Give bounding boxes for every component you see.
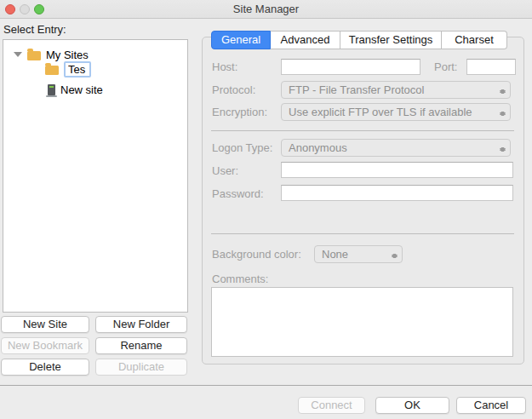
password-label: Password: bbox=[212, 187, 264, 200]
title-bar: Site Manager bbox=[0, 0, 532, 19]
delete-button[interactable]: Delete bbox=[1, 359, 89, 376]
tab-transfer-settings[interactable]: Transfer Settings bbox=[340, 31, 442, 49]
host-label: Host: bbox=[212, 60, 237, 73]
logon-type-value: Anonymous bbox=[282, 141, 496, 154]
footer-divider bbox=[0, 385, 532, 386]
chevron-up-down-icon bbox=[388, 250, 402, 258]
protocol-value: FTP - File Transfer Protocol bbox=[282, 83, 496, 96]
chevron-up-down-icon bbox=[496, 108, 510, 116]
folder-icon bbox=[27, 51, 41, 60]
divider bbox=[211, 233, 514, 234]
new-folder-button[interactable]: New Folder bbox=[95, 316, 187, 333]
cancel-button[interactable]: Cancel bbox=[456, 397, 526, 414]
logon-type-label: Logon Type: bbox=[212, 141, 272, 154]
rename-button[interactable]: Rename bbox=[95, 337, 187, 354]
user-input[interactable] bbox=[281, 162, 513, 178]
tab-charset[interactable]: Charset bbox=[442, 31, 507, 49]
chevron-up-down-icon bbox=[496, 144, 510, 152]
encryption-value: Use explicit FTP over TLS if available bbox=[282, 106, 496, 118]
chevron-down-icon[interactable] bbox=[14, 52, 22, 57]
tab-advanced[interactable]: Advanced bbox=[271, 31, 340, 49]
site-manager-dialog: Site Manager Select Entry: My Sites New … bbox=[0, 0, 532, 419]
server-icon bbox=[48, 84, 55, 95]
tab-general[interactable]: General bbox=[211, 31, 271, 49]
new-site-button[interactable]: New Site bbox=[1, 316, 89, 333]
encryption-dropdown[interactable]: Use explicit FTP over TLS if available bbox=[281, 103, 511, 121]
host-input[interactable] bbox=[281, 59, 420, 75]
background-color-value: None bbox=[315, 248, 388, 261]
tab-bar: General Advanced Transfer Settings Chars… bbox=[211, 31, 507, 49]
tree-item-my-sites[interactable]: My Sites bbox=[14, 47, 89, 62]
tree-item-label: New site bbox=[60, 83, 103, 96]
select-entry-label: Select Entry: bbox=[3, 23, 66, 36]
new-bookmark-button: New Bookmark bbox=[1, 337, 89, 354]
protocol-label: Protocol: bbox=[212, 83, 255, 96]
comments-label: Comments: bbox=[212, 273, 268, 285]
user-label: User: bbox=[212, 164, 238, 177]
logon-type-dropdown[interactable]: Anonymous bbox=[281, 139, 511, 157]
tree-item-new-site[interactable]: New site bbox=[48, 82, 103, 97]
protocol-dropdown[interactable]: FTP - File Transfer Protocol bbox=[281, 81, 511, 99]
settings-panel: Host: Port: Protocol: FTP - File Transfe… bbox=[202, 37, 524, 364]
ok-button[interactable]: OK bbox=[375, 397, 449, 414]
password-input[interactable] bbox=[281, 185, 513, 201]
encryption-label: Encryption: bbox=[212, 106, 267, 118]
rename-input[interactable] bbox=[64, 61, 91, 77]
chevron-up-down-icon bbox=[496, 86, 510, 94]
tree-item-label: My Sites bbox=[46, 49, 89, 61]
background-color-dropdown[interactable]: None bbox=[314, 245, 403, 263]
duplicate-button: Duplicate bbox=[95, 359, 187, 376]
folder-icon bbox=[45, 66, 59, 75]
tree-item-tes[interactable] bbox=[45, 61, 91, 77]
port-label: Port: bbox=[434, 60, 457, 73]
site-tree: My Sites New site bbox=[3, 39, 188, 313]
background-color-label: Background color: bbox=[212, 248, 301, 261]
divider bbox=[211, 130, 514, 131]
port-input[interactable] bbox=[466, 59, 516, 75]
comments-textarea[interactable] bbox=[211, 287, 513, 357]
connect-button: Connect bbox=[298, 397, 365, 414]
window-title: Site Manager bbox=[0, 0, 532, 19]
